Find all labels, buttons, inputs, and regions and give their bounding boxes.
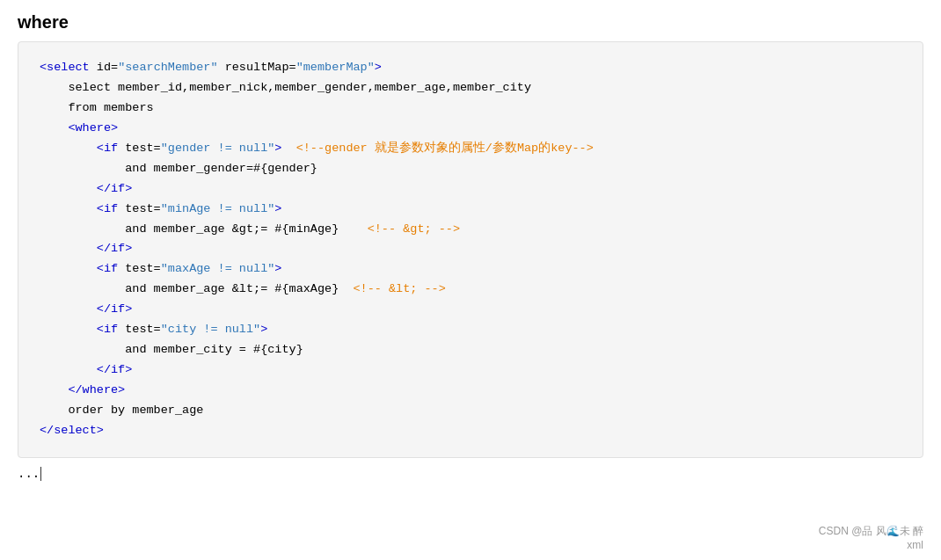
- attr-id: id=: [97, 61, 118, 74]
- if-city-test-value: "city != null": [161, 323, 260, 336]
- if-minage-open: <if: [40, 202, 125, 215]
- code-block: <select id="searchMember" resultMap="mem…: [18, 41, 923, 458]
- select-close: </select>: [40, 424, 104, 437]
- orderby-stmt: order by member_age: [40, 404, 203, 417]
- if-minage-test-value: "minAge != null": [161, 202, 275, 215]
- code-line-8: <if test="minAge != null">: [40, 200, 901, 220]
- if-minage-close: </if>: [40, 242, 132, 255]
- and-maxage: and member_age &lt;= #{maxAge}: [40, 282, 353, 295]
- where-open: <where>: [40, 121, 118, 135]
- where-close: </where>: [40, 383, 125, 396]
- if-gender-comment: <!--gender 就是参数对象的属性/参数Map的key-->: [296, 142, 594, 155]
- if-gender-close: </if>: [40, 182, 132, 195]
- if-gender-open: <if: [40, 142, 125, 155]
- if-maxage-test-attr: test=: [125, 262, 161, 275]
- select-stmt: select member_id,member_nick,member_gend…: [40, 81, 531, 94]
- cursor-area: ...: [0, 458, 941, 490]
- code-line-6: and member_gender=#{gender}: [40, 159, 901, 179]
- code-line-1: <select id="searchMember" resultMap="mem…: [40, 58, 901, 78]
- attr-id-value: "searchMember": [118, 61, 217, 74]
- code-line-7: </if>: [40, 179, 901, 200]
- and-gender: and member_gender=#{gender}: [40, 162, 317, 175]
- code-line-16: </if>: [40, 360, 901, 381]
- code-line-5: <if test="gender != null"> <!--gender 就是…: [40, 139, 901, 159]
- page-heading: where: [0, 0, 941, 41]
- code-line-9: and member_age &gt;= #{minAge} <!-- &gt;…: [40, 220, 901, 240]
- if-gender-test-attr: test=: [125, 142, 161, 155]
- from-stmt: from members: [40, 101, 154, 114]
- code-line-14: <if test="city != null">: [40, 320, 901, 340]
- tag-open: <select: [40, 61, 97, 74]
- and-city: and member_city = #{city}: [40, 343, 303, 356]
- if-maxage-test-value: "maxAge != null": [161, 262, 275, 275]
- watermark-sub: xml: [819, 539, 923, 551]
- if-city-open: <if: [40, 323, 125, 336]
- if-city-bracket: >: [260, 323, 267, 336]
- maxage-comment: <!-- &lt; -->: [353, 282, 445, 295]
- watermark-text: CSDN @品 风🌊未 醉: [819, 525, 923, 537]
- if-minage-bracket: >: [274, 202, 281, 215]
- code-line-18: order by member_age: [40, 401, 901, 421]
- if-maxage-close: </if>: [40, 302, 132, 316]
- tag-close-bracket: >: [375, 61, 382, 74]
- code-line-12: and member_age &lt;= #{maxAge} <!-- &lt;…: [40, 280, 901, 300]
- if-gender-test-value: "gender != null": [161, 142, 275, 155]
- text-cursor: [40, 467, 41, 481]
- code-line-4: <where>: [40, 119, 901, 139]
- watermark: CSDN @品 风🌊未 醉 xml: [819, 524, 923, 551]
- code-line-3: from members: [40, 98, 901, 119]
- code-line-19: </select>: [40, 421, 901, 441]
- if-minage-test-attr: test=: [125, 202, 161, 215]
- code-line-17: </where>: [40, 381, 901, 401]
- attr-resultmap: resultMap=: [218, 61, 296, 74]
- if-gender-space: [281, 142, 295, 155]
- if-city-test-attr: test=: [125, 323, 161, 336]
- if-city-close: </if>: [40, 363, 132, 376]
- if-maxage-open: <if: [40, 262, 125, 275]
- code-line-11: <if test="maxAge != null">: [40, 259, 901, 280]
- page-container: where <select id="searchMember" resultMa…: [0, 0, 941, 560]
- code-line-10: </if>: [40, 239, 901, 259]
- and-minage: and member_age &gt;= #{minAge}: [40, 222, 368, 236]
- minage-comment: <!-- &gt; -->: [368, 222, 460, 236]
- if-maxage-bracket: >: [274, 262, 281, 275]
- bottom-dots: ...: [18, 467, 40, 481]
- code-line-15: and member_city = #{city}: [40, 340, 901, 360]
- code-line-2: select member_id,member_nick,member_gend…: [40, 78, 901, 98]
- attr-resultmap-value: "memberMap": [296, 61, 375, 74]
- code-line-13: </if>: [40, 300, 901, 320]
